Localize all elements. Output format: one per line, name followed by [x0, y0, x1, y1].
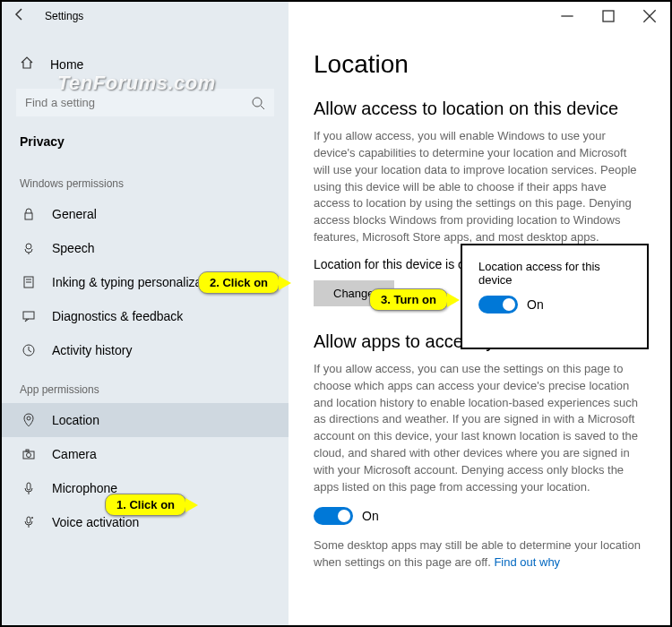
- toggle-label: On: [362, 509, 379, 523]
- camera-icon: [20, 447, 38, 461]
- find-out-why-link[interactable]: Find out why: [494, 555, 560, 569]
- sidebar: Home Privacy Windows permissions General…: [2, 2, 289, 625]
- section-allow-device: Allow access to location on this device: [314, 99, 643, 119]
- svg-rect-1: [603, 11, 614, 21]
- watermark: TenForums.com: [57, 72, 216, 95]
- maximize-button[interactable]: [588, 2, 629, 30]
- sidebar-item-speech[interactable]: Speech: [2, 231, 289, 265]
- group-windows-permissions: Windows permissions: [2, 161, 289, 197]
- inking-icon: [20, 275, 38, 289]
- svg-point-4: [253, 98, 262, 107]
- window-title: Settings: [38, 10, 83, 22]
- popup-toggle-label: On: [527, 297, 544, 312]
- svg-line-5: [261, 106, 264, 109]
- microphone-icon: [20, 481, 38, 495]
- svg-rect-11: [23, 312, 34, 319]
- home-label: Home: [50, 57, 83, 72]
- callout-2: 2. Click on: [198, 271, 280, 294]
- sidebar-item-location[interactable]: Location: [2, 403, 289, 437]
- back-button[interactable]: [2, 7, 38, 25]
- desc-apps: If you allow access, you can use the set…: [314, 361, 643, 496]
- svg-point-13: [27, 417, 30, 420]
- location-icon: [20, 413, 38, 427]
- close-button[interactable]: [629, 2, 670, 30]
- search-icon: [251, 96, 265, 114]
- page-title: Location: [314, 50, 643, 79]
- popup-title: Location access for this device: [478, 260, 631, 287]
- minimize-button[interactable]: [547, 2, 588, 30]
- feedback-icon: [20, 309, 38, 323]
- svg-rect-16: [26, 450, 29, 451]
- desc-device: If you allow access, you will enable Win…: [314, 128, 643, 246]
- svg-point-15: [27, 453, 31, 458]
- group-app-permissions: App permissions: [2, 367, 289, 403]
- sidebar-section: Privacy: [2, 127, 289, 161]
- callout-3: 3. Turn on: [369, 288, 448, 311]
- device-location-toggle[interactable]: [478, 296, 518, 314]
- callout-1: 1. Click on: [105, 494, 186, 516]
- sidebar-item-activity[interactable]: Activity history: [2, 333, 289, 367]
- svg-rect-17: [27, 483, 30, 490]
- location-access-popup: Location access for this device On: [461, 244, 649, 349]
- desktop-note: Some desktop apps may still be able to d…: [314, 537, 643, 571]
- activity-icon: [20, 343, 38, 357]
- titlebar: Settings: [2, 2, 670, 30]
- lock-icon: [20, 207, 38, 221]
- speech-icon: [20, 241, 38, 255]
- svg-point-19: [31, 517, 33, 519]
- home-icon: [20, 56, 38, 73]
- apps-location-toggle[interactable]: [314, 507, 353, 525]
- svg-point-7: [26, 244, 31, 249]
- sidebar-item-general[interactable]: General: [2, 197, 289, 231]
- voice-icon: [20, 515, 38, 529]
- svg-rect-18: [27, 517, 30, 523]
- sidebar-item-diagnostics[interactable]: Diagnostics & feedback: [2, 299, 289, 333]
- svg-rect-6: [25, 213, 32, 219]
- sidebar-item-camera[interactable]: Camera: [2, 437, 289, 471]
